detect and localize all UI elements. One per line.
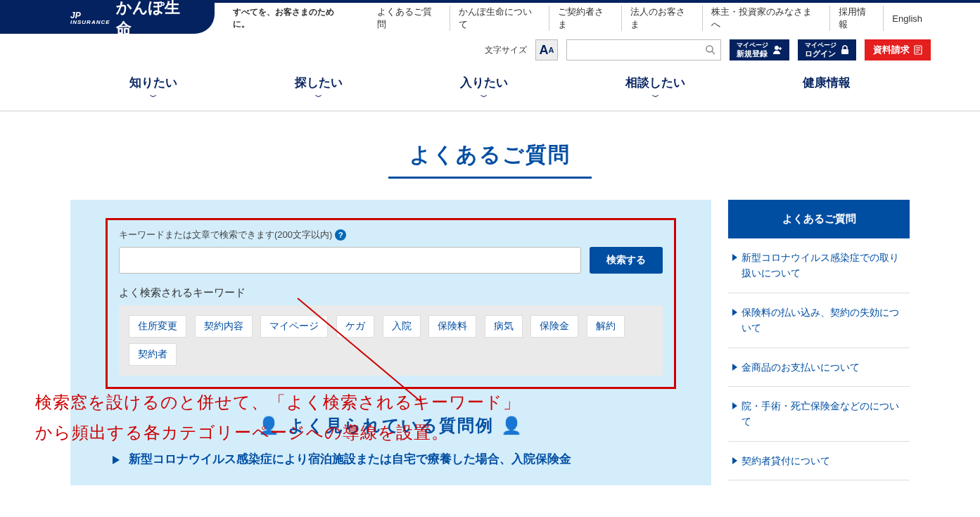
example-item[interactable]: 新型コロナウイルス感染症により宿泊施設または自宅で療養した場合、入院保険金 — [106, 451, 676, 467]
nav-health[interactable]: 健康情報 — [803, 75, 851, 102]
font-size-button[interactable]: AA — [535, 39, 558, 60]
nav-consult[interactable]: 相談したい﹀ — [625, 75, 685, 102]
faq-search-button[interactable]: 検索する — [590, 247, 663, 274]
annotation-text: 検索窓を設けるのと併せて、「よく検索されるキーワード」 から頻出する各カテゴリー… — [35, 387, 711, 447]
help-icon[interactable]: ? — [335, 229, 346, 241]
toplink-ir[interactable]: 株主・投資家のみなさまへ — [703, 6, 829, 31]
sidebar-item[interactable]: 契約者貸付について — [728, 442, 910, 480]
mypage-signup-label: 新規登録 — [737, 49, 768, 58]
keyword-tag[interactable]: 契約者 — [129, 343, 177, 366]
site-search — [566, 39, 721, 60]
keyword-tag[interactable]: 病気 — [485, 315, 523, 338]
sidebar-item[interactable]: 金商品のお支払いについて — [728, 348, 910, 387]
triangle-icon — [732, 309, 737, 316]
keyword-tag[interactable]: 契約内容 — [195, 315, 253, 338]
sidebar-item[interactable]: 保険料の払い込み、契約の失効について — [728, 293, 910, 348]
main-nav: 知りたい﹀ 探したい﹀ 入りたい﹀ 相談したい﹀ 健康情報 — [0, 68, 980, 111]
search-panel-highlight: キーワードまたは文章で検索できます(200文字以内) ? 検索する よく検索され… — [106, 218, 676, 389]
site-search-input[interactable] — [567, 45, 701, 56]
header-topbar: JP INSURANCE かんぽ生命 すべてを、お客さまのために。 よくあるご質… — [0, 0, 980, 34]
svg-point-0 — [706, 46, 713, 52]
lock-icon — [841, 45, 849, 55]
chevron-down-icon: ﹀ — [129, 92, 177, 102]
search-label: キーワードまたは文章で検索できます(200文字以内) ? — [119, 229, 663, 241]
logo-insurance: INSURANCE — [70, 20, 110, 25]
chevron-down-icon: ﹀ — [295, 92, 343, 102]
sidebar: よくあるご質問 新型コロナウイルス感染症での取り扱いについて 保険料の払い込み、… — [728, 200, 910, 480]
nav-join[interactable]: 入りたい﹀ — [460, 75, 508, 102]
keywords-title: よく検索されるキーワード — [119, 286, 663, 300]
faq-search-input[interactable] — [119, 247, 581, 274]
toplink-english[interactable]: English — [884, 13, 931, 24]
search-icon[interactable] — [701, 44, 720, 56]
keywords-box: 住所変更 契約内容 マイページ ケガ 入院 保険料 病気 保険金 解約 契約者 — [119, 305, 663, 376]
keyword-tag[interactable]: マイページ — [260, 315, 328, 338]
svg-rect-5 — [841, 49, 848, 54]
sidebar-item[interactable]: 院・手術・死亡保険金などのについて — [728, 387, 910, 442]
chevron-down-icon: ﹀ — [460, 92, 508, 102]
svg-line-1 — [712, 51, 715, 54]
triangle-icon — [732, 254, 737, 261]
request-label: 資料請求 — [873, 44, 910, 56]
logo-mark: JP INSURANCE — [70, 12, 110, 25]
search-row: 検索する — [119, 247, 663, 274]
bullet-icon — [113, 456, 120, 464]
triangle-icon — [732, 402, 737, 409]
keyword-tag[interactable]: 保険料 — [428, 315, 476, 338]
mypage-signup-button[interactable]: マイページ 新規登録 — [730, 39, 789, 60]
keyword-tag[interactable]: 入院 — [383, 315, 421, 338]
mypage-label: マイページ — [737, 42, 768, 49]
logo[interactable]: JP INSURANCE かんぽ生命 — [0, 3, 215, 34]
toplink-recruit[interactable]: 採用情報 — [830, 6, 884, 31]
page-title-wrap: よくあるご質問 — [0, 141, 980, 179]
nav-search[interactable]: 探したい﹀ — [295, 75, 343, 102]
svg-point-2 — [775, 46, 779, 50]
toplink-about[interactable]: かんぽ生命について — [450, 6, 549, 31]
page-title: よくあるご質問 — [388, 141, 592, 179]
sidebar-item[interactable]: 新型コロナウイルス感染症での取り扱いについて — [728, 238, 910, 293]
user-plus-icon — [772, 45, 782, 55]
mypage-label2: マイページ — [805, 42, 836, 49]
mypage-login-label: ログイン — [805, 49, 836, 58]
document-icon — [914, 45, 922, 55]
toplink-faq[interactable]: よくあるご質問 — [369, 6, 450, 31]
sidebar-head: よくあるご質問 — [728, 200, 910, 238]
request-button[interactable]: 資料請求 — [865, 39, 931, 60]
triangle-icon — [732, 457, 737, 464]
chevron-down-icon: ﹀ — [625, 92, 685, 102]
toplink-corporate[interactable]: 法人のお客さま — [622, 6, 704, 31]
keyword-tag[interactable]: 解約 — [587, 315, 625, 338]
font-size-label: 文字サイズ — [485, 44, 527, 56]
tagline: すべてを、お客さまのために。 — [215, 3, 369, 34]
toplink-customer[interactable]: ご契約者さま — [549, 6, 622, 31]
mypage-login-button[interactable]: マイページ ログイン — [798, 39, 856, 60]
top-links: よくあるご質問 かんぽ生命について ご契約者さま 法人のお客さま 株主・投資家の… — [369, 3, 980, 34]
nav-know[interactable]: 知りたい﹀ — [129, 75, 177, 102]
triangle-icon — [732, 364, 737, 371]
keyword-tag[interactable]: 住所変更 — [129, 315, 186, 338]
keyword-tag[interactable]: 保険金 — [530, 315, 578, 338]
content: キーワードまたは文章で検索できます(200文字以内) ? 検索する よく検索され… — [0, 200, 980, 513]
logo-brand: かんぽ生命 — [116, 0, 195, 39]
